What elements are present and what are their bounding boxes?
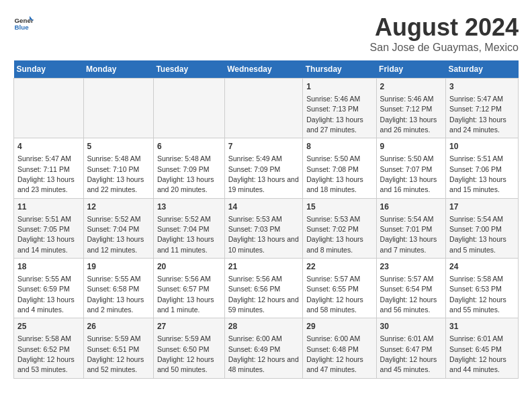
day-info: Sunrise: 5:47 AM Sunset: 7:12 PM Dayligh… (449, 95, 506, 134)
day-number: 22 (306, 261, 372, 273)
calendar-cell: 11Sunrise: 5:51 AM Sunset: 7:05 PM Dayli… (14, 198, 84, 258)
day-number: 21 (228, 261, 300, 273)
day-number: 2 (380, 81, 443, 93)
calendar-cell: 7Sunrise: 5:49 AM Sunset: 7:09 PM Daylig… (224, 138, 303, 198)
calendar-cell (14, 79, 84, 138)
day-info: Sunrise: 5:48 AM Sunset: 7:10 PM Dayligh… (87, 154, 144, 193)
day-number: 13 (157, 201, 221, 213)
weekday-header: Sunday (14, 60, 84, 79)
calendar-cell: 17Sunrise: 5:54 AM Sunset: 7:00 PM Dayli… (446, 198, 519, 258)
header: General Blue August 2024 San Jose de Gua… (13, 13, 519, 54)
day-number: 11 (17, 201, 80, 213)
day-number: 7 (228, 141, 300, 152)
day-info: Sunrise: 5:55 AM Sunset: 6:59 PM Dayligh… (17, 275, 75, 314)
calendar-cell: 6Sunrise: 5:48 AM Sunset: 7:09 PM Daylig… (153, 138, 224, 198)
day-number: 5 (87, 141, 150, 152)
svg-text:Blue: Blue (15, 24, 30, 31)
calendar-cell (83, 79, 153, 138)
day-info: Sunrise: 5:57 AM Sunset: 6:54 PM Dayligh… (380, 275, 437, 314)
day-number: 19 (87, 261, 150, 273)
day-number: 16 (380, 201, 443, 213)
weekday-header: Thursday (303, 60, 376, 79)
calendar-week-row: 11Sunrise: 5:51 AM Sunset: 7:05 PM Dayli… (14, 198, 519, 258)
day-info: Sunrise: 5:48 AM Sunset: 7:09 PM Dayligh… (157, 154, 214, 193)
calendar-cell: 1Sunrise: 5:46 AM Sunset: 7:13 PM Daylig… (303, 79, 376, 138)
day-number: 8 (306, 141, 372, 152)
day-info: Sunrise: 6:00 AM Sunset: 6:49 PM Dayligh… (228, 334, 299, 373)
day-number: 26 (87, 321, 150, 332)
day-number: 29 (306, 321, 372, 332)
day-number: 4 (17, 141, 80, 152)
day-info: Sunrise: 5:52 AM Sunset: 7:04 PM Dayligh… (87, 215, 144, 254)
day-number: 14 (228, 201, 300, 213)
day-number: 20 (157, 261, 221, 273)
weekday-header: Tuesday (153, 60, 224, 79)
day-number: 25 (17, 321, 80, 332)
day-info: Sunrise: 5:50 AM Sunset: 7:07 PM Dayligh… (380, 154, 437, 193)
calendar-week-row: 4Sunrise: 5:47 AM Sunset: 7:11 PM Daylig… (14, 138, 519, 198)
day-info: Sunrise: 5:52 AM Sunset: 7:04 PM Dayligh… (157, 215, 214, 254)
calendar-cell: 2Sunrise: 5:46 AM Sunset: 7:12 PM Daylig… (376, 79, 446, 138)
calendar-week-row: 18Sunrise: 5:55 AM Sunset: 6:59 PM Dayli… (14, 259, 519, 318)
day-number: 31 (449, 321, 515, 332)
calendar-week-row: 25Sunrise: 5:58 AM Sunset: 6:52 PM Dayli… (14, 318, 519, 378)
calendar-week-row: 1Sunrise: 5:46 AM Sunset: 7:13 PM Daylig… (14, 79, 519, 138)
calendar-cell: 24Sunrise: 5:58 AM Sunset: 6:53 PM Dayli… (446, 259, 519, 318)
day-info: Sunrise: 6:01 AM Sunset: 6:47 PM Dayligh… (380, 334, 437, 373)
day-info: Sunrise: 5:58 AM Sunset: 6:52 PM Dayligh… (17, 334, 75, 373)
calendar-cell: 30Sunrise: 6:01 AM Sunset: 6:47 PM Dayli… (376, 318, 446, 378)
day-info: Sunrise: 5:46 AM Sunset: 7:12 PM Dayligh… (380, 95, 437, 134)
day-info: Sunrise: 5:53 AM Sunset: 7:03 PM Dayligh… (228, 215, 299, 254)
calendar-cell: 12Sunrise: 5:52 AM Sunset: 7:04 PM Dayli… (83, 198, 153, 258)
weekday-header: Wednesday (224, 60, 303, 79)
calendar-cell: 31Sunrise: 6:01 AM Sunset: 6:45 PM Dayli… (446, 318, 519, 378)
day-info: Sunrise: 5:47 AM Sunset: 7:11 PM Dayligh… (17, 154, 75, 193)
calendar-cell: 29Sunrise: 6:00 AM Sunset: 6:48 PM Dayli… (303, 318, 376, 378)
day-info: Sunrise: 5:53 AM Sunset: 7:02 PM Dayligh… (306, 215, 363, 254)
calendar-cell: 21Sunrise: 5:56 AM Sunset: 6:56 PM Dayli… (224, 259, 303, 318)
calendar-cell (224, 79, 303, 138)
subtitle: San Jose de Guaymas, Mexico (370, 42, 519, 54)
day-info: Sunrise: 5:59 AM Sunset: 6:51 PM Dayligh… (87, 334, 144, 373)
day-info: Sunrise: 6:00 AM Sunset: 6:48 PM Dayligh… (306, 334, 363, 373)
calendar-cell: 20Sunrise: 5:56 AM Sunset: 6:57 PM Dayli… (153, 259, 224, 318)
day-number: 6 (157, 141, 221, 152)
logo-icon: General Blue (13, 13, 34, 34)
calendar-cell: 4Sunrise: 5:47 AM Sunset: 7:11 PM Daylig… (14, 138, 84, 198)
calendar-cell: 28Sunrise: 6:00 AM Sunset: 6:49 PM Dayli… (224, 318, 303, 378)
calendar-cell: 22Sunrise: 5:57 AM Sunset: 6:55 PM Dayli… (303, 259, 376, 318)
day-number: 3 (449, 81, 515, 93)
day-info: Sunrise: 5:50 AM Sunset: 7:08 PM Dayligh… (306, 154, 363, 193)
day-number: 24 (449, 261, 515, 273)
day-number: 28 (228, 321, 300, 332)
day-info: Sunrise: 5:56 AM Sunset: 6:56 PM Dayligh… (228, 275, 299, 314)
weekday-header: Friday (376, 60, 446, 79)
day-number: 23 (380, 261, 443, 273)
day-info: Sunrise: 5:54 AM Sunset: 7:00 PM Dayligh… (449, 215, 506, 254)
calendar-cell: 8Sunrise: 5:50 AM Sunset: 7:08 PM Daylig… (303, 138, 376, 198)
calendar-cell: 13Sunrise: 5:52 AM Sunset: 7:04 PM Dayli… (153, 198, 224, 258)
calendar-cell: 26Sunrise: 5:59 AM Sunset: 6:51 PM Dayli… (83, 318, 153, 378)
day-number: 17 (449, 201, 515, 213)
main-title: August 2024 (370, 13, 519, 42)
day-number: 30 (380, 321, 443, 332)
day-info: Sunrise: 5:58 AM Sunset: 6:53 PM Dayligh… (449, 275, 506, 314)
calendar-cell: 9Sunrise: 5:50 AM Sunset: 7:07 PM Daylig… (376, 138, 446, 198)
day-number: 15 (306, 201, 372, 213)
day-info: Sunrise: 5:54 AM Sunset: 7:01 PM Dayligh… (380, 215, 437, 254)
calendar-cell: 14Sunrise: 5:53 AM Sunset: 7:03 PM Dayli… (224, 198, 303, 258)
day-info: Sunrise: 5:46 AM Sunset: 7:13 PM Dayligh… (306, 95, 363, 134)
calendar-cell: 3Sunrise: 5:47 AM Sunset: 7:12 PM Daylig… (446, 79, 519, 138)
weekday-header: Monday (83, 60, 153, 79)
calendar-cell: 5Sunrise: 5:48 AM Sunset: 7:10 PM Daylig… (83, 138, 153, 198)
header-row: SundayMondayTuesdayWednesdayThursdayFrid… (14, 60, 519, 79)
calendar-cell: 19Sunrise: 5:55 AM Sunset: 6:58 PM Dayli… (83, 259, 153, 318)
calendar-cell: 23Sunrise: 5:57 AM Sunset: 6:54 PM Dayli… (376, 259, 446, 318)
calendar-cell (153, 79, 224, 138)
day-number: 18 (17, 261, 80, 273)
day-info: Sunrise: 5:51 AM Sunset: 7:06 PM Dayligh… (449, 154, 506, 193)
day-info: Sunrise: 5:56 AM Sunset: 6:57 PM Dayligh… (157, 275, 214, 314)
day-info: Sunrise: 5:59 AM Sunset: 6:50 PM Dayligh… (157, 334, 214, 373)
day-info: Sunrise: 5:55 AM Sunset: 6:58 PM Dayligh… (87, 275, 144, 314)
day-number: 10 (449, 141, 515, 152)
